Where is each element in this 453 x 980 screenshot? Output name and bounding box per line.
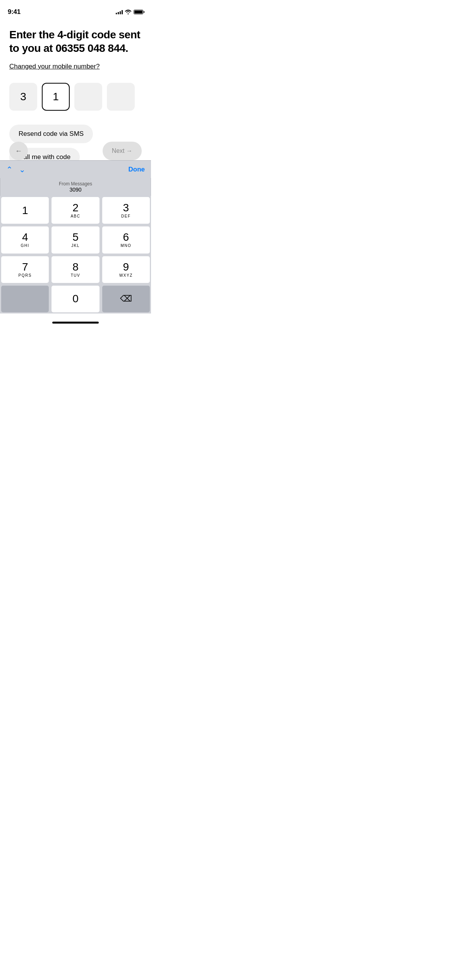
home-indicator xyxy=(52,322,99,324)
suggestion-from-label: From Messages xyxy=(59,181,92,187)
status-icons xyxy=(116,10,143,14)
resend-sms-button[interactable]: Resend code via SMS xyxy=(9,125,93,143)
wifi-icon xyxy=(125,10,131,14)
toolbar-down-button[interactable]: ⌄ xyxy=(19,165,26,174)
page-title: Enter the 4-digit code sent to you at 06… xyxy=(9,28,142,55)
numpad-key-2[interactable]: 2 ABC xyxy=(51,197,99,224)
numpad-key-6[interactable]: 6 MNO xyxy=(102,226,150,253)
next-label: Next → xyxy=(112,147,132,154)
next-button[interactable]: Next → xyxy=(103,142,142,160)
code-digit-3[interactable] xyxy=(74,83,102,111)
numpad-key-8[interactable]: 8 TUV xyxy=(51,256,99,283)
signal-icon xyxy=(116,10,123,14)
numpad-key-empty xyxy=(1,286,49,312)
code-digit-1[interactable]: 3 xyxy=(9,83,37,111)
status-time: 9:41 xyxy=(8,8,21,16)
suggestion-bar[interactable]: From Messages 3090 xyxy=(0,178,151,196)
nav-area: ← Next → xyxy=(0,142,151,160)
code-input-group: 3 1 xyxy=(9,83,142,111)
numpad-delete-button[interactable]: ⌫ xyxy=(102,286,150,312)
toolbar-up-button[interactable]: ⌃ xyxy=(6,165,13,174)
code-digit-4[interactable] xyxy=(107,83,135,111)
back-icon: ← xyxy=(15,147,22,155)
status-bar: 9:41 xyxy=(0,0,151,19)
back-button[interactable]: ← xyxy=(9,142,28,160)
keyboard-toolbar: ⌃ ⌄ Done xyxy=(0,160,151,178)
numpad-key-7[interactable]: 7 PQRS xyxy=(1,256,49,283)
numpad-key-9[interactable]: 9 WXYZ xyxy=(102,256,150,283)
numpad-key-3[interactable]: 3 DEF xyxy=(102,197,150,224)
change-number-link[interactable]: Changed your mobile number? xyxy=(9,63,100,70)
toolbar-nav: ⌃ ⌄ xyxy=(6,165,26,174)
numpad-key-4[interactable]: 4 GHI xyxy=(1,226,49,253)
numpad-key-1[interactable]: 1 xyxy=(1,197,49,224)
keyboard-done-button[interactable]: Done xyxy=(129,166,145,173)
numpad: 1 2 ABC 3 DEF 4 GHI 5 JKL 6 MNO 7 PQRS 8… xyxy=(0,196,151,314)
delete-icon: ⌫ xyxy=(120,294,132,304)
battery-icon xyxy=(134,10,143,14)
numpad-key-0[interactable]: 0 xyxy=(51,286,99,312)
suggestion-value: 3090 xyxy=(69,187,81,193)
numpad-key-5[interactable]: 5 JKL xyxy=(51,226,99,253)
code-digit-2[interactable]: 1 xyxy=(42,83,70,111)
